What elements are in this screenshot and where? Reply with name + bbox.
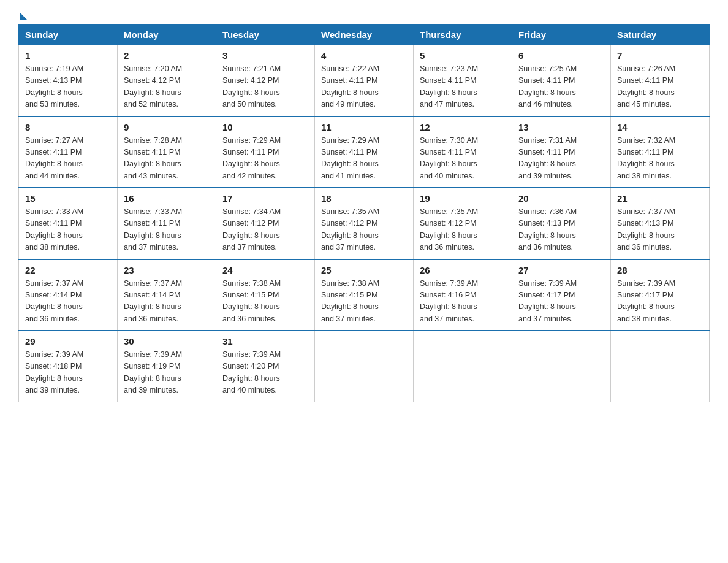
day-number: 3	[222, 50, 308, 61]
calendar-cell: 19Sunrise: 7:35 AMSunset: 4:12 PMDayligh…	[414, 188, 512, 259]
calendar-cell: 1Sunrise: 7:19 AMSunset: 4:13 PMDaylight…	[19, 45, 118, 117]
day-info: Sunrise: 7:37 AMSunset: 4:14 PMDaylight:…	[25, 278, 111, 326]
day-info: Sunrise: 7:39 AMSunset: 4:18 PMDaylight:…	[25, 349, 111, 397]
day-number: 11	[321, 122, 407, 132]
calendar-week-row: 22Sunrise: 7:37 AMSunset: 4:14 PMDayligh…	[19, 259, 710, 331]
calendar-cell: 31Sunrise: 7:39 AMSunset: 4:20 PMDayligh…	[216, 331, 315, 402]
calendar-cell: 21Sunrise: 7:37 AMSunset: 4:13 PMDayligh…	[611, 188, 710, 259]
calendar-header-row: SundayMondayTuesdayWednesdayThursdayFrid…	[19, 25, 710, 45]
day-number: 19	[420, 193, 506, 204]
calendar-cell: 23Sunrise: 7:37 AMSunset: 4:14 PMDayligh…	[118, 259, 216, 331]
calendar-cell: 28Sunrise: 7:39 AMSunset: 4:17 PMDayligh…	[611, 259, 710, 331]
calendar-cell: 16Sunrise: 7:33 AMSunset: 4:11 PMDayligh…	[118, 188, 216, 259]
day-info: Sunrise: 7:39 AMSunset: 4:16 PMDaylight:…	[420, 278, 506, 326]
day-info: Sunrise: 7:27 AMSunset: 4:11 PMDaylight:…	[25, 135, 111, 183]
day-number: 9	[124, 122, 210, 132]
logo	[18, 12, 29, 18]
day-info: Sunrise: 7:29 AMSunset: 4:11 PMDaylight:…	[222, 135, 308, 183]
calendar-cell: 2Sunrise: 7:20 AMSunset: 4:12 PMDaylight…	[118, 45, 216, 117]
day-info: Sunrise: 7:39 AMSunset: 4:19 PMDaylight:…	[124, 349, 210, 397]
calendar-cell: 20Sunrise: 7:36 AMSunset: 4:13 PMDayligh…	[512, 188, 611, 259]
header-wednesday: Wednesday	[315, 25, 414, 45]
day-number: 21	[617, 193, 703, 204]
day-number: 25	[321, 265, 407, 275]
day-number: 17	[222, 193, 308, 204]
calendar-cell: 30Sunrise: 7:39 AMSunset: 4:19 PMDayligh…	[118, 331, 216, 402]
day-info: Sunrise: 7:36 AMSunset: 4:13 PMDaylight:…	[518, 206, 604, 254]
header-thursday: Thursday	[414, 25, 512, 45]
day-number: 10	[222, 122, 308, 132]
day-number: 4	[321, 50, 407, 61]
day-number: 27	[518, 265, 604, 275]
day-number: 12	[420, 122, 506, 132]
day-info: Sunrise: 7:31 AMSunset: 4:11 PMDaylight:…	[518, 135, 604, 183]
logo-text	[18, 12, 29, 20]
day-info: Sunrise: 7:30 AMSunset: 4:11 PMDaylight:…	[420, 135, 506, 183]
day-number: 5	[420, 50, 506, 61]
day-number: 23	[124, 265, 210, 275]
page-header	[18, 12, 710, 18]
calendar-cell	[315, 331, 414, 402]
day-info: Sunrise: 7:35 AMSunset: 4:12 PMDaylight:…	[420, 206, 506, 254]
calendar-cell: 4Sunrise: 7:22 AMSunset: 4:11 PMDaylight…	[315, 45, 414, 117]
calendar-cell: 3Sunrise: 7:21 AMSunset: 4:12 PMDaylight…	[216, 45, 315, 117]
calendar-cell: 29Sunrise: 7:39 AMSunset: 4:18 PMDayligh…	[19, 331, 118, 402]
calendar-cell: 7Sunrise: 7:26 AMSunset: 4:11 PMDaylight…	[611, 45, 710, 117]
day-info: Sunrise: 7:37 AMSunset: 4:13 PMDaylight:…	[617, 206, 703, 254]
calendar-cell: 22Sunrise: 7:37 AMSunset: 4:14 PMDayligh…	[19, 259, 118, 331]
calendar-cell: 24Sunrise: 7:38 AMSunset: 4:15 PMDayligh…	[216, 259, 315, 331]
day-info: Sunrise: 7:38 AMSunset: 4:15 PMDaylight:…	[321, 278, 407, 326]
day-info: Sunrise: 7:20 AMSunset: 4:12 PMDaylight:…	[124, 63, 210, 111]
calendar-cell: 8Sunrise: 7:27 AMSunset: 4:11 PMDaylight…	[19, 117, 118, 188]
day-info: Sunrise: 7:19 AMSunset: 4:13 PMDaylight:…	[25, 63, 111, 111]
calendar-cell: 15Sunrise: 7:33 AMSunset: 4:11 PMDayligh…	[19, 188, 118, 259]
day-number: 6	[518, 50, 604, 61]
day-info: Sunrise: 7:23 AMSunset: 4:11 PMDaylight:…	[420, 63, 506, 111]
calendar-cell	[512, 331, 611, 402]
header-sunday: Sunday	[19, 25, 118, 45]
day-number: 16	[124, 193, 210, 204]
day-number: 8	[25, 122, 111, 132]
calendar-cell: 27Sunrise: 7:39 AMSunset: 4:17 PMDayligh…	[512, 259, 611, 331]
calendar-cell	[611, 331, 710, 402]
calendar-cell: 11Sunrise: 7:29 AMSunset: 4:11 PMDayligh…	[315, 117, 414, 188]
day-number: 31	[222, 336, 308, 347]
calendar-cell: 25Sunrise: 7:38 AMSunset: 4:15 PMDayligh…	[315, 259, 414, 331]
day-number: 7	[617, 50, 703, 61]
day-info: Sunrise: 7:34 AMSunset: 4:12 PMDaylight:…	[222, 206, 308, 254]
calendar-cell: 5Sunrise: 7:23 AMSunset: 4:11 PMDaylight…	[414, 45, 512, 117]
day-info: Sunrise: 7:21 AMSunset: 4:12 PMDaylight:…	[222, 63, 308, 111]
logo-triangle-icon	[20, 12, 28, 20]
calendar-cell: 17Sunrise: 7:34 AMSunset: 4:12 PMDayligh…	[216, 188, 315, 259]
header-monday: Monday	[118, 25, 216, 45]
day-info: Sunrise: 7:28 AMSunset: 4:11 PMDaylight:…	[124, 135, 210, 183]
day-info: Sunrise: 7:29 AMSunset: 4:11 PMDaylight:…	[321, 135, 407, 183]
header-tuesday: Tuesday	[216, 25, 315, 45]
day-info: Sunrise: 7:33 AMSunset: 4:11 PMDaylight:…	[124, 206, 210, 254]
day-number: 2	[124, 50, 210, 61]
calendar-cell: 13Sunrise: 7:31 AMSunset: 4:11 PMDayligh…	[512, 117, 611, 188]
day-number: 29	[25, 336, 111, 347]
calendar-table: SundayMondayTuesdayWednesdayThursdayFrid…	[18, 24, 710, 402]
calendar-cell	[414, 331, 512, 402]
calendar-cell: 10Sunrise: 7:29 AMSunset: 4:11 PMDayligh…	[216, 117, 315, 188]
calendar-week-row: 8Sunrise: 7:27 AMSunset: 4:11 PMDaylight…	[19, 117, 710, 188]
header-saturday: Saturday	[611, 25, 710, 45]
calendar-cell: 9Sunrise: 7:28 AMSunset: 4:11 PMDaylight…	[118, 117, 216, 188]
day-info: Sunrise: 7:32 AMSunset: 4:11 PMDaylight:…	[617, 135, 703, 183]
calendar-cell: 18Sunrise: 7:35 AMSunset: 4:12 PMDayligh…	[315, 188, 414, 259]
calendar-cell: 26Sunrise: 7:39 AMSunset: 4:16 PMDayligh…	[414, 259, 512, 331]
day-number: 15	[25, 193, 111, 204]
day-info: Sunrise: 7:37 AMSunset: 4:14 PMDaylight:…	[124, 278, 210, 326]
calendar-week-row: 15Sunrise: 7:33 AMSunset: 4:11 PMDayligh…	[19, 188, 710, 259]
header-friday: Friday	[512, 25, 611, 45]
day-number: 20	[518, 193, 604, 204]
day-info: Sunrise: 7:22 AMSunset: 4:11 PMDaylight:…	[321, 63, 407, 111]
day-number: 30	[124, 336, 210, 347]
calendar-week-row: 29Sunrise: 7:39 AMSunset: 4:18 PMDayligh…	[19, 331, 710, 402]
day-number: 26	[420, 265, 506, 275]
day-info: Sunrise: 7:38 AMSunset: 4:15 PMDaylight:…	[222, 278, 308, 326]
day-info: Sunrise: 7:39 AMSunset: 4:17 PMDaylight:…	[617, 278, 703, 326]
day-info: Sunrise: 7:33 AMSunset: 4:11 PMDaylight:…	[25, 206, 111, 254]
day-info: Sunrise: 7:25 AMSunset: 4:11 PMDaylight:…	[518, 63, 604, 111]
